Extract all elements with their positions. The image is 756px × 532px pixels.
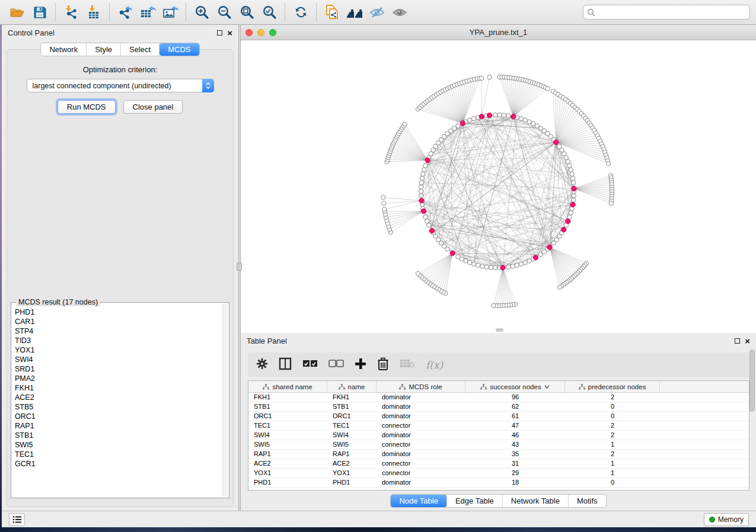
add-column-button[interactable] [355, 358, 366, 372]
clone-network-button[interactable] [321, 2, 343, 23]
table-row[interactable]: PHD1PHD1dominator180 [248, 478, 749, 488]
close-panel-button[interactable]: Close panel [123, 100, 183, 114]
table-row[interactable]: ORC1ORC1dominator610 [248, 412, 749, 421]
zoom-in-button[interactable] [190, 2, 213, 23]
tab-select[interactable]: Select [121, 43, 160, 56]
mcds-result-item[interactable]: TID3 [15, 336, 222, 345]
float-table-panel-icon[interactable] [735, 338, 740, 344]
table-options-gear-button[interactable] [256, 358, 268, 372]
node-table[interactable]: shared namenameMCDS rolesuccessor nodesp… [248, 380, 749, 491]
column-header[interactable]: name [327, 381, 377, 392]
mcds-node[interactable] [554, 140, 559, 145]
deselect-all-checkboxes-button[interactable] [328, 360, 344, 370]
refresh-button[interactable] [289, 2, 312, 23]
mcds-node[interactable] [460, 121, 465, 126]
table-row[interactable]: SWI5SWI5connector431 [248, 440, 749, 450]
mcds-result-item[interactable]: ORC1 [15, 412, 222, 421]
mcds-node[interactable] [511, 114, 516, 119]
close-table-panel-icon[interactable]: × [745, 336, 750, 345]
tab-node-table[interactable]: Node Table [391, 495, 447, 507]
mcds-result-item[interactable]: ACE2 [15, 393, 222, 402]
open-session-button[interactable] [6, 2, 28, 23]
mcds-node[interactable] [425, 158, 430, 162]
table-row[interactable]: TEC1TEC1connector472 [248, 421, 749, 431]
mcds-result-item[interactable]: PMA2 [15, 374, 222, 383]
show-columns-button[interactable] [279, 357, 292, 373]
mcds-result-item[interactable]: RAP1 [15, 421, 222, 431]
tab-network[interactable]: Network [41, 43, 87, 56]
tab-style[interactable]: Style [87, 43, 121, 56]
run-mcds-button[interactable]: Run MCDS [58, 100, 116, 114]
status-list-button[interactable] [9, 513, 25, 526]
table-row[interactable]: SWI4SWI4dominator462 [248, 431, 749, 440]
export-network-button[interactable] [114, 2, 136, 23]
tab-edge-table[interactable]: Edge Table [447, 495, 503, 507]
mcds-result-item[interactable]: PHD1 [15, 307, 222, 317]
column-header[interactable]: shared name [248, 381, 327, 392]
mcds-result-item[interactable]: STB1 [15, 431, 222, 440]
zoom-out-button[interactable] [213, 2, 235, 23]
mcds-node[interactable] [429, 228, 434, 233]
tab-network-table[interactable]: Network Table [503, 495, 569, 507]
mcds-node[interactable] [479, 114, 484, 119]
mcds-result-item[interactable]: SWI4 [15, 355, 222, 364]
mcds-result-item[interactable]: GCR1 [15, 459, 222, 469]
checked-boxes-icon [302, 360, 318, 368]
close-panel-icon[interactable]: × [227, 28, 232, 37]
table-vscroll-thumb[interactable] [749, 350, 755, 412]
mcds-node[interactable] [500, 265, 505, 270]
mcds-node[interactable] [566, 219, 570, 223]
export-image-button[interactable] [159, 2, 181, 23]
mcds-result-item[interactable]: SRD1 [15, 364, 222, 374]
network-view[interactable] [241, 40, 756, 333]
table-row[interactable]: ACE2ACE2connector311 [248, 459, 749, 469]
export-table-button[interactable] [136, 2, 159, 23]
mcds-result-item[interactable]: YOX1 [15, 345, 222, 355]
column-header[interactable]: MCDS role [377, 381, 465, 392]
mcds-node[interactable] [421, 209, 426, 213]
panel-splitter-grip[interactable] [237, 262, 242, 271]
mcds-result-scrollbar[interactable] [222, 304, 228, 496]
mcds-node[interactable] [533, 255, 538, 260]
float-panel-icon[interactable] [217, 30, 222, 36]
delete-columns-button[interactable] [377, 357, 389, 373]
mcds-node[interactable] [450, 251, 455, 255]
table-row[interactable]: YOX1YOX1connector291 [248, 469, 749, 478]
table-row[interactable]: FKH1FKH1dominator962 [248, 393, 749, 402]
column-header[interactable]: predecessor nodes [565, 381, 660, 392]
mcds-node[interactable] [562, 227, 566, 232]
table-row[interactable]: RAP1RAP1dominator352 [248, 450, 749, 459]
mcds-node[interactable] [419, 198, 424, 203]
column-header[interactable]: successor nodes [465, 381, 565, 392]
tab-mcds[interactable]: MCDS [160, 43, 199, 56]
mcds-result-item[interactable]: FKH1 [15, 383, 222, 393]
hide-selected-button[interactable] [366, 2, 388, 23]
import-network-icon [63, 5, 79, 20]
import-table-button[interactable] [82, 2, 105, 23]
select-all-checkboxes-button[interactable] [302, 360, 318, 370]
show-all-button[interactable] [388, 2, 411, 23]
network-hscroll-thumb[interactable] [496, 328, 503, 332]
table-row[interactable]: STB1STB1dominator620 [248, 402, 749, 412]
mcds-result-item[interactable]: SWI5 [15, 440, 222, 450]
mcds-result-item[interactable]: STP4 [15, 326, 222, 336]
mcds-node[interactable] [572, 186, 576, 191]
save-session-button[interactable] [28, 2, 51, 23]
network-graph[interactable] [241, 40, 756, 333]
mcds-result-item[interactable]: STB5 [15, 402, 222, 412]
search-input[interactable] [598, 8, 746, 17]
mcds-node[interactable] [547, 245, 552, 249]
tab-motifs[interactable]: Motifs [569, 495, 606, 507]
optimization-criterion-select[interactable]: largest connected component (undirected) [27, 79, 214, 92]
zoom-selected-button[interactable] [258, 2, 280, 23]
import-network-button[interactable] [60, 2, 82, 23]
first-neighbors-button[interactable] [343, 2, 366, 23]
search-field[interactable] [583, 5, 750, 20]
mcds-result-item[interactable]: TEC1 [15, 450, 222, 459]
table-panel: Table Panel × [241, 333, 756, 511]
mcds-result-item[interactable]: CAR1 [15, 317, 222, 326]
mcds-node[interactable] [570, 202, 575, 207]
zoom-fit-button[interactable] [235, 2, 258, 23]
mcds-node[interactable] [487, 113, 492, 118]
memory-button[interactable]: Memory [704, 513, 749, 526]
